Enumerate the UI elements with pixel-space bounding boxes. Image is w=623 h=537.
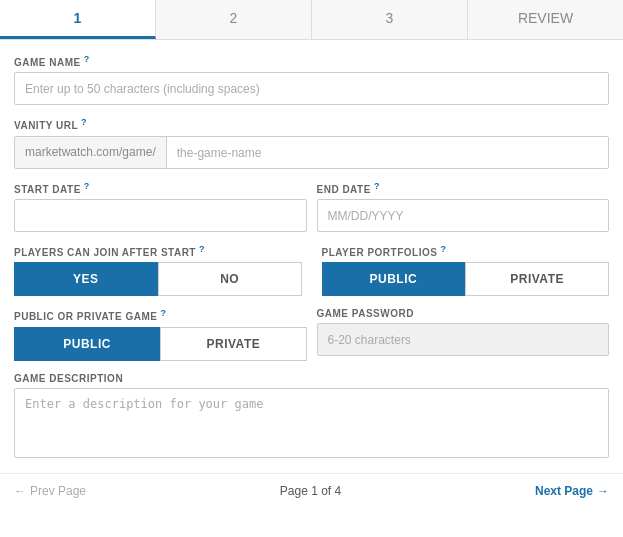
next-page-button[interactable]: Next Page →: [535, 484, 609, 498]
public-private-buttons: PUBLIC PRIVATE: [14, 327, 307, 361]
vanity-prefix: marketwatch.com/game/: [15, 137, 167, 168]
pp-row: PUBLIC OR PRIVATE GAME ? PUBLIC PRIVATE …: [14, 308, 609, 360]
end-date-group: END DATE ?: [317, 181, 610, 232]
form-body: GAME NAME ? VANITY URL ? marketwatch.com…: [0, 40, 623, 461]
prev-arrow-icon: ←: [14, 484, 26, 498]
page-indicator: Page 1 of 4: [280, 484, 341, 498]
game-public-button[interactable]: PUBLIC: [14, 327, 160, 361]
game-password-input[interactable]: [317, 323, 610, 356]
footer: ← Prev Page Page 1 of 4 Next Page →: [0, 473, 623, 508]
start-date-label: START DATE ?: [14, 181, 307, 195]
public-private-label: PUBLIC OR PRIVATE GAME ?: [14, 308, 307, 322]
game-password-label: GAME PASSWORD: [317, 308, 610, 319]
tab-2[interactable]: 2: [156, 0, 312, 39]
portfolios-private-button[interactable]: PRIVATE: [465, 262, 609, 296]
public-private-group: PUBLIC OR PRIVATE GAME ? PUBLIC PRIVATE: [14, 308, 307, 360]
players-join-yes-button[interactable]: YES: [14, 262, 158, 296]
tab-review[interactable]: REVIEW: [468, 0, 623, 39]
game-name-label: GAME NAME ?: [14, 54, 609, 68]
date-row: START DATE ? 10/02/2019 END DATE ?: [14, 181, 609, 232]
game-name-input[interactable]: [14, 72, 609, 105]
tab-1[interactable]: 1: [0, 0, 156, 39]
end-date-input[interactable]: [317, 199, 610, 232]
vanity-url-row: marketwatch.com/game/: [14, 136, 609, 169]
players-join-label: PLAYERS CAN JOIN AFTER START ?: [14, 244, 302, 258]
tab-3[interactable]: 3: [312, 0, 468, 39]
game-description-textarea[interactable]: [14, 388, 609, 458]
portfolios-public-button[interactable]: PUBLIC: [322, 262, 466, 296]
players-join-no-button[interactable]: NO: [158, 262, 302, 296]
start-date-input[interactable]: 10/02/2019: [14, 199, 307, 232]
vanity-url-label: VANITY URL ?: [14, 117, 609, 131]
start-date-group: START DATE ? 10/02/2019: [14, 181, 307, 232]
game-description-group: GAME DESCRIPTION: [14, 373, 609, 461]
player-portfolios-group: PLAYER PORTFOLIOS ? PUBLIC PRIVATE: [322, 244, 610, 296]
vanity-url-input[interactable]: [167, 137, 608, 168]
player-portfolios-buttons: PUBLIC PRIVATE: [322, 262, 610, 296]
game-description-label: GAME DESCRIPTION: [14, 373, 609, 384]
game-name-group: GAME NAME ?: [14, 54, 609, 105]
wizard-tabs: 1 2 3 REVIEW: [0, 0, 623, 40]
game-private-button[interactable]: PRIVATE: [160, 327, 306, 361]
end-date-label: END DATE ?: [317, 181, 610, 195]
players-join-buttons: YES NO: [14, 262, 302, 296]
game-password-group: GAME PASSWORD: [317, 308, 610, 360]
player-portfolios-label: PLAYER PORTFOLIOS ?: [322, 244, 610, 258]
vanity-url-group: VANITY URL ? marketwatch.com/game/: [14, 117, 609, 168]
next-arrow-icon: →: [597, 484, 609, 498]
prev-page-button[interactable]: ← Prev Page: [14, 484, 86, 498]
players-join-group: PLAYERS CAN JOIN AFTER START ? YES NO: [14, 244, 302, 296]
toggle-section-1: PLAYERS CAN JOIN AFTER START ? YES NO PL…: [14, 244, 609, 296]
